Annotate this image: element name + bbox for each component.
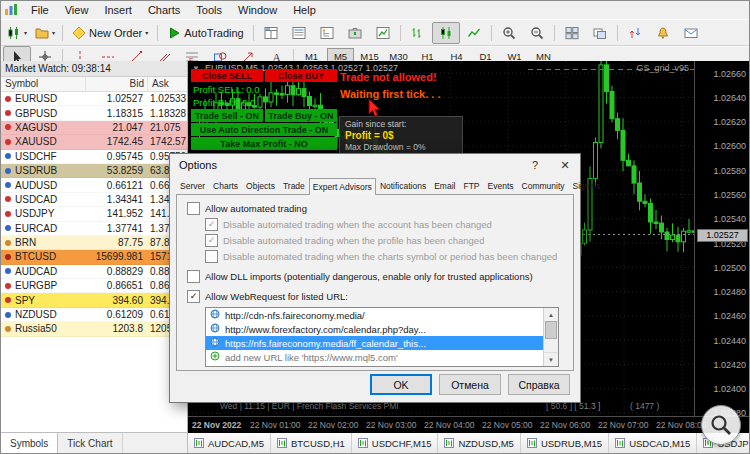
new-order-button[interactable]: New Order▾: [66, 22, 154, 44]
dialog-tab-expert-advisors[interactable]: Expert Advisors: [309, 178, 376, 195]
mail-button[interactable]: [677, 22, 705, 44]
time-axis[interactable]: 22 Nov 202222 Nov 01:0022 Nov 02:0022 No…: [188, 416, 749, 433]
add-url-item[interactable]: add new URL like 'https://www.mql5.com': [206, 350, 544, 364]
symbol-row-eurusd[interactable]: EURUSD1.025271.02533: [1, 92, 187, 106]
checkbox-allow-dll-imports[interactable]: Allow DLL imports (potentially dangerous…: [187, 270, 565, 283]
market-watch-toggle[interactable]: [257, 22, 285, 44]
dialog-tab-events[interactable]: Events: [484, 177, 518, 194]
panel-tab-tick-chart[interactable]: Tick Chart: [58, 433, 122, 453]
chart-candles-button[interactable]: [432, 22, 460, 44]
cascade-windows-button[interactable]: [586, 22, 614, 44]
checkbox-disable-on-profile-change[interactable]: ✓Disable automated trading when the prof…: [205, 234, 565, 247]
toolbox-toggle[interactable]: [341, 22, 369, 44]
symbol-row-nzdusd[interactable]: NZDUSD0.612090.61218: [1, 308, 187, 322]
symbol-row-eurgbp[interactable]: EURGBP0.866510.86663: [1, 279, 187, 293]
chart-tab-btcusd-h1[interactable]: BTCUSD,H1: [271, 433, 352, 453]
trade-buy-toggle[interactable]: Trade Buy - ON: [265, 109, 337, 122]
dialog-close-button[interactable]: ✕: [550, 154, 580, 176]
checkbox-box[interactable]: ✓: [205, 234, 218, 247]
dialog-tab-email[interactable]: Email: [430, 177, 459, 194]
symbol-row-russia50[interactable]: Russia501203.81205.3: [1, 322, 187, 336]
scroll-up-icon[interactable]: ▲: [544, 308, 558, 322]
take-max-profit-toggle[interactable]: Take Max Profit - NO: [191, 137, 337, 150]
menu-window[interactable]: Window: [230, 3, 285, 17]
menu-insert[interactable]: Insert: [96, 3, 140, 17]
column-header-bid[interactable]: Bid: [85, 77, 147, 91]
chart-tab-usdcad-m15[interactable]: USDCAD,M15: [609, 433, 697, 453]
scrollbar-thumb[interactable]: [545, 321, 557, 339]
checkbox-box[interactable]: [205, 250, 218, 263]
trade-sell-toggle[interactable]: Trade Sell - ON: [191, 109, 263, 122]
url-item-2[interactable]: https://nfs.faireconomy.media/ff_calenda…: [206, 336, 544, 350]
symbol-row-eurcad[interactable]: EURCAD1.377411.37755: [1, 222, 187, 236]
tile-windows-button[interactable]: [558, 22, 586, 44]
auto-direction-toggle[interactable]: Use Auto Direction Trade - ON: [191, 123, 337, 136]
new-chart-button[interactable]: ▾: [3, 22, 31, 44]
dialog-tab-signals[interactable]: Signals: [569, 177, 605, 194]
close-sell-button[interactable]: Close SELL: [191, 69, 263, 82]
chart-tab-audcad-m5[interactable]: AUDCAD,M5: [188, 433, 271, 453]
menu-charts[interactable]: Charts: [140, 3, 188, 17]
help-button[interactable]: Справка: [508, 374, 570, 395]
menu-help[interactable]: Help: [285, 3, 324, 17]
symbol-row-xauusd[interactable]: XAUUSD1742.451742.57: [1, 135, 187, 149]
chart-line-button[interactable]: [460, 22, 488, 44]
chart-tab-usdrub-m15[interactable]: USDRUB,M15: [521, 433, 609, 453]
symbol-row-usdjpy[interactable]: USDJPY141.952141.963: [1, 207, 187, 221]
column-header-symbol[interactable]: Symbol: [1, 77, 85, 91]
checkbox-box[interactable]: ✓: [187, 290, 200, 303]
close-buy-button[interactable]: Close BUY: [265, 69, 337, 82]
checkbox-box[interactable]: [187, 202, 200, 215]
options-dialog-titlebar[interactable]: Options ? ✕: [170, 154, 580, 176]
ok-button[interactable]: OK: [370, 374, 432, 395]
webrequest-url-list[interactable]: http://cdn-nfs.faireconomy.media/http://…: [205, 307, 559, 367]
symbol-row-xagusd[interactable]: XAGUSD21.04721.075: [1, 121, 187, 135]
strategy-tester-toggle[interactable]: [369, 22, 397, 44]
checkbox-allow-webrequest[interactable]: ✓Allow WebRequest for listed URL:: [187, 290, 565, 303]
symbol-row-btcusd[interactable]: BTCUSD15699.98115712.35: [1, 250, 187, 264]
symbol-row-audusd[interactable]: AUDUSD0.661210.66129: [1, 178, 187, 192]
symbol-row-usdcad[interactable]: USDCAD1.343411.34352: [1, 193, 187, 207]
checkbox-box[interactable]: ✓: [205, 218, 218, 231]
symbol-row-spy[interactable]: SPY394.60394.74: [1, 293, 187, 307]
url-item-0[interactable]: http://cdn-nfs.faireconomy.media/: [206, 308, 544, 322]
data-window-toggle[interactable]: [285, 22, 313, 44]
symbol-row-brn[interactable]: BRN87.7587.82: [1, 236, 187, 250]
profiles-button[interactable]: ▾: [31, 22, 59, 44]
symbol-row-audcad[interactable]: AUDCAD0.888290.88843: [1, 265, 187, 279]
dialog-tab-community[interactable]: Community: [518, 177, 569, 194]
checkbox-disable-on-symbol-change[interactable]: Disable automated trading when the chart…: [205, 250, 565, 263]
url-list-scrollbar[interactable]: ▲ ▼: [543, 308, 558, 366]
chart-tab-nzdusd-m5[interactable]: NZDUSD,M5: [438, 433, 520, 453]
chart-tab-usdchf-m15[interactable]: USDCHF,M15: [352, 433, 439, 453]
zoom-out-button[interactable]: [523, 22, 551, 44]
price-axis[interactable]: 1.026601.026401.026201.026001.025801.025…: [694, 61, 749, 419]
scroll-down-icon[interactable]: ▼: [544, 352, 558, 366]
menu-view[interactable]: View: [57, 3, 97, 17]
menu-tools[interactable]: Tools: [188, 3, 230, 17]
checkbox-disable-on-account-change[interactable]: ✓Disable automated trading when the acco…: [205, 218, 565, 231]
alerts-button[interactable]: [649, 22, 677, 44]
symbol-row-gbpusd[interactable]: GBPUSD1.183151.18328: [1, 106, 187, 120]
panel-tab-symbols[interactable]: Symbols: [1, 433, 58, 453]
symbol-row-usdchf[interactable]: USDCHF0.957450.95756: [1, 150, 187, 164]
navigator-toggle[interactable]: [313, 22, 341, 44]
cancel-button[interactable]: Отмена: [439, 374, 501, 395]
column-header-ask[interactable]: Ask: [147, 77, 187, 91]
symbol-row-usdrub[interactable]: USDRUB53.825963.8256: [1, 164, 187, 178]
checkbox-box[interactable]: [187, 270, 200, 283]
dialog-tab-server[interactable]: Server: [176, 177, 209, 194]
depth-of-market-button[interactable]: [621, 22, 649, 44]
chart-bars-button[interactable]: [404, 22, 432, 44]
url-item-1[interactable]: http://www.forexfactory.com/calendar.php…: [206, 322, 544, 336]
dialog-tab-objects[interactable]: Objects: [242, 177, 279, 194]
dialog-help-button[interactable]: ?: [520, 154, 550, 176]
zoom-in-button[interactable]: [495, 22, 523, 44]
dialog-tab-trade[interactable]: Trade: [279, 177, 309, 194]
menu-file[interactable]: File: [23, 3, 57, 17]
magnifier-overlay[interactable]: [701, 405, 741, 445]
dialog-tab-ftp[interactable]: FTP: [459, 177, 483, 194]
dialog-tab-charts[interactable]: Charts: [209, 177, 242, 194]
dialog-tab-notifications[interactable]: Notifications: [376, 177, 430, 194]
checkbox-allow-automated-trading[interactable]: Allow automated trading: [187, 202, 565, 215]
